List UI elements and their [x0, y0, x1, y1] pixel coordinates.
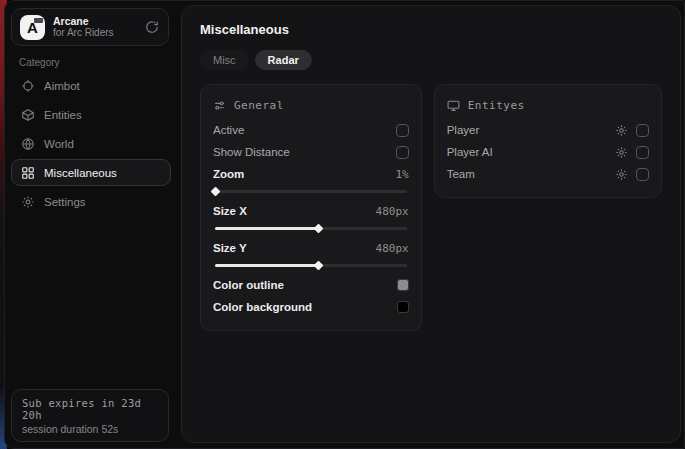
slider-fill	[215, 264, 318, 267]
page-title: Miscellaneous	[200, 22, 662, 37]
entity-controls	[615, 168, 649, 181]
sidebar: A Arcane for Arc Riders Category Aimbot	[5, 1, 177, 448]
slider-label: Zoom	[213, 168, 244, 180]
size-y-slider[interactable]	[215, 260, 407, 270]
general-card-title: General	[234, 99, 284, 112]
brand-text: Arcane for Arc Riders	[53, 15, 136, 39]
slider-value: 480px	[376, 242, 409, 255]
entity-row-player-ai: Player AI	[447, 141, 649, 163]
sidebar-item-miscellaneous[interactable]: Miscellaneous	[11, 159, 171, 186]
globe-icon	[21, 137, 35, 151]
tab-bar: Misc Radar	[200, 50, 662, 70]
slider-thumb[interactable]	[211, 187, 221, 197]
grid-icon	[21, 166, 35, 180]
entity-label: Team	[447, 168, 475, 180]
entity-row-player: Player	[447, 119, 649, 141]
sidebar-item-aimbot[interactable]: Aimbot	[11, 72, 171, 99]
tab-radar[interactable]: Radar	[255, 50, 312, 70]
sidebar-item-label: Miscellaneous	[44, 167, 117, 179]
entities-card-title: Entityes	[468, 99, 525, 112]
sidebar-item-label: Settings	[44, 196, 86, 208]
slider-thumb[interactable]	[314, 224, 324, 234]
slider-label: Size Y	[213, 242, 247, 254]
entities-card-header: Entityes	[447, 95, 649, 115]
slider-value: 1%	[395, 168, 408, 181]
color-row-outline: Color outline	[213, 274, 409, 296]
sub-expiry-text: Sub expires in 23d 20h	[22, 397, 158, 421]
slider-thumb[interactable]	[314, 261, 324, 271]
entity-controls	[615, 146, 649, 159]
toggle-label: Active	[213, 124, 244, 136]
cards-row: General Active Show Distance Zoom 1%	[200, 84, 662, 331]
crosshair-icon	[21, 79, 35, 93]
general-card: General Active Show Distance Zoom 1%	[200, 84, 422, 331]
slider-row-size-x: Size X 480px	[213, 200, 409, 222]
app-logo: A	[20, 15, 45, 40]
brand-card: A Arcane for Arc Riders	[11, 8, 169, 46]
color-outline-swatch[interactable]	[397, 279, 409, 291]
sidebar-item-label: Aimbot	[44, 80, 80, 92]
color-label: Color background	[213, 301, 312, 313]
slider-row-zoom: Zoom 1%	[213, 163, 409, 185]
color-row-background: Color background	[213, 296, 409, 318]
cube-icon	[21, 108, 35, 122]
sync-icon[interactable]	[144, 19, 160, 35]
entity-controls	[615, 124, 649, 137]
show-distance-checkbox[interactable]	[396, 146, 409, 159]
slider-row-size-y: Size Y 480px	[213, 237, 409, 259]
session-duration-text: session duration 52s	[22, 423, 158, 435]
color-label: Color outline	[213, 279, 284, 291]
sidebar-item-label: Entities	[44, 109, 82, 121]
general-card-header: General	[213, 95, 409, 115]
slider-value: 480px	[376, 205, 409, 218]
zoom-slider[interactable]	[215, 186, 407, 196]
tab-misc[interactable]: Misc	[200, 50, 249, 70]
toggle-row-show-distance: Show Distance	[213, 141, 409, 163]
sidebar-item-world[interactable]: World	[11, 130, 171, 157]
color-background-swatch[interactable]	[397, 301, 409, 313]
player-checkbox[interactable]	[636, 124, 649, 137]
entity-label: Player	[447, 124, 480, 136]
app-subtitle: for Arc Riders	[53, 27, 136, 39]
player-ai-checkbox[interactable]	[636, 146, 649, 159]
sidebar-item-settings[interactable]: Settings	[11, 188, 171, 215]
team-checkbox[interactable]	[636, 168, 649, 181]
size-x-slider[interactable]	[215, 223, 407, 233]
sidebar-nav: Aimbot Entities World	[11, 71, 171, 216]
entity-row-team: Team	[447, 163, 649, 185]
sliders-icon	[213, 99, 226, 112]
player-ai-settings-gear-icon[interactable]	[615, 146, 628, 159]
slider-fill	[215, 227, 318, 230]
app-window: A Arcane for Arc Riders Category Aimbot	[4, 0, 685, 449]
app-name: Arcane	[53, 15, 136, 27]
subscription-status-card: Sub expires in 23d 20h session duration …	[11, 389, 169, 442]
active-checkbox[interactable]	[396, 124, 409, 137]
team-settings-gear-icon[interactable]	[615, 168, 628, 181]
gear-icon	[21, 195, 35, 209]
sidebar-item-label: World	[44, 138, 74, 150]
slider-label: Size X	[213, 205, 247, 217]
player-settings-gear-icon[interactable]	[615, 124, 628, 137]
slider-track	[215, 190, 407, 193]
entities-card: Entityes Player P	[434, 84, 662, 198]
toggle-row-active: Active	[213, 119, 409, 141]
category-label: Category	[19, 57, 60, 68]
main-panel: Miscellaneous Misc Radar General Active	[181, 5, 681, 443]
sidebar-item-entities[interactable]: Entities	[11, 101, 171, 128]
toggle-label: Show Distance	[213, 146, 290, 158]
entity-label: Player AI	[447, 146, 493, 158]
monitor-icon	[447, 99, 460, 112]
